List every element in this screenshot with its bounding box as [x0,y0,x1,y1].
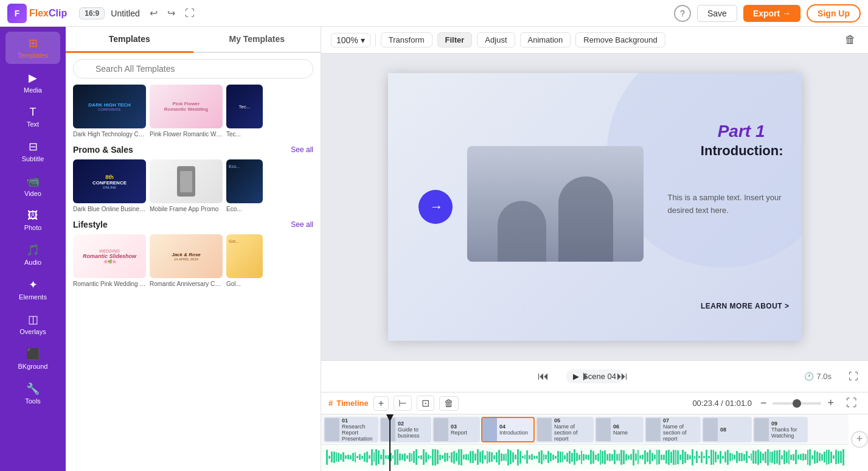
promo-card-3[interactable]: Eco... Eco... [226,159,263,212]
promo-sales-see-all[interactable]: See all [291,145,313,154]
sidebar-item-video[interactable]: 📹 Video [5,170,60,202]
zoom-control[interactable]: 100% ▾ [331,33,370,47]
sidebar-item-text[interactable]: T Text [5,101,60,133]
wave-segment [623,450,625,464]
zoom-out-button[interactable]: − [757,396,771,411]
canvas-play-button[interactable]: → [418,190,453,224]
tab-templates[interactable]: Templates [66,27,193,53]
clip-inner-03: 03 Report [434,418,479,441]
sidebar-item-overlays[interactable]: ◫ Overlays [5,308,60,340]
search-box: 🔍 [66,53,321,85]
timeline-clip-01[interactable]: 01 Research Report Presentation [324,417,378,442]
wave-segment [833,455,835,459]
template-card-3[interactable]: Tec... Tec... [226,85,263,138]
sidebar-item-audio[interactable]: 🎵 Audio [5,239,60,271]
ratio-badge[interactable]: 16:9 [79,7,105,19]
add-scene-button[interactable]: + [373,396,389,411]
lifestyle-card-3[interactable]: Gol... Gol... [226,234,263,287]
split-button[interactable]: ⊢ [394,396,412,411]
delete-scene-button[interactable]: 🗑 [439,396,459,411]
clip-inner-07: 07 Name of section of report [646,418,700,441]
template-label-2: Pink Flower Romantic Wedding ... [150,131,223,138]
lifestyle-card-1[interactable]: WEDDING Romantic Slideshow 🌸🌿🌸 Romantic … [73,234,146,287]
wave-segment [375,449,377,466]
zoom-in-button[interactable]: + [824,396,838,411]
wave-segment [741,453,743,461]
expand-button[interactable]: ⛶ [849,371,858,382]
animation-button[interactable]: Animation [520,32,571,47]
timeline-clip-07[interactable]: 07 Name of section of report [645,417,701,442]
tab-my-templates[interactable]: My Templates [193,27,321,53]
wave-segment [614,450,616,464]
duration-value: 7.0s [816,372,832,381]
timeline-clip-06[interactable]: 06 Name [595,417,644,442]
wave-segment [800,454,802,460]
lifestyle-see-all[interactable]: See all [291,220,313,229]
promo-card-1[interactable]: 8th CONFERENCE ONLINE Dark Blue Online B… [73,159,146,212]
export-button[interactable]: Export → [743,5,800,22]
save-button[interactable]: Save [697,5,737,22]
fullscreen-button[interactable]: ⛶ [181,5,198,21]
clip-thumb-08 [703,418,718,441]
timeline-clip-02[interactable]: 02 Guide to business [380,417,431,442]
template-card-1[interactable]: DARK HIGH TECH CORPORATE Dark High Techn… [73,85,146,138]
signup-button[interactable]: Sign Up [807,4,861,23]
clip-thumb-06 [596,418,611,441]
timeline-clip-09[interactable]: 09 Thanks for Watching [753,417,808,442]
tools-icon: 🔧 [26,382,40,396]
play-pause-button[interactable]: ⏵ [577,366,595,386]
lifestyle-card-2[interactable]: Jack & Rose 14 APRIL 2024 Romantic Anniv… [150,234,223,287]
canvas: Part 1 Introduction: This is a sample te… [388,73,802,341]
clip-content-08: 08 [718,425,751,434]
wave-segment [484,455,486,459]
timeline-clip-04[interactable]: 04 Introduction [481,417,535,442]
sidebar-item-photo[interactable]: 🖼 Photo [5,204,60,236]
zoom-value: 100% [336,35,358,45]
timeline-clip-08[interactable]: 08 [702,417,752,442]
wave-segment [769,452,771,462]
help-button[interactable]: ? [674,5,691,22]
search-input[interactable] [73,59,313,78]
canvas-photo [467,146,644,262]
promo-card-2[interactable]: Mobile Frame App Promo [150,159,223,212]
wave-segment [562,452,564,462]
timeline-clip-03[interactable]: 03 Report [432,417,480,442]
wave-segment [677,450,679,464]
timeline-clip-05[interactable]: 05 Name of section of report [536,417,594,442]
template-card-2[interactable]: Pink FlowerRomantic Wedding Pink Flower … [150,85,223,138]
clip-id-04: 04 [499,424,531,430]
wave-segment [828,450,830,464]
photo-icon: 🖼 [27,209,38,222]
sidebar-item-tools[interactable]: 🔧 Tools [5,377,60,410]
remove-bg-button[interactable]: Remove Background [575,32,665,47]
wave-segment [694,456,696,459]
sidebar-item-subtitle[interactable]: ⊟ Subtitle [5,135,60,167]
wave-segment [423,449,425,465]
skip-forward-button[interactable]: ⏭ [613,366,631,386]
zoom-slider[interactable] [773,402,821,405]
delete-button[interactable]: 🗑 [842,31,858,49]
wave-segment [482,450,484,464]
transform-button[interactable]: Transform [381,32,432,47]
wave-segment [755,451,757,464]
clip-content-03: 03 Report [448,422,479,437]
sidebar-item-templates[interactable]: ⊞ Templates [5,32,60,64]
sidebar-item-media[interactable]: ▶ Media [5,66,60,99]
sidebar-item-elements[interactable]: ✦ Elements [5,273,60,305]
add-clip-button[interactable]: + [851,431,868,448]
wave-segment [814,450,816,464]
wave-segment [689,455,691,459]
clip-inner-01: 01 Research Report Presentation [325,418,377,441]
timeline-expand-button[interactable]: ⛶ [842,396,861,411]
sidebar-item-bkground[interactable]: ⬛ BKground [5,343,60,375]
wave-segment [437,450,439,464]
wave-segment [602,451,603,464]
redo-button[interactable]: ↪ [164,5,179,21]
filter-button[interactable]: Filter [437,32,473,47]
skip-back-button[interactable]: ⏮ [534,366,552,386]
clip-label-06: Name [613,430,640,436]
clip-label-01: Research Report Presentation [342,424,375,441]
duplicate-button[interactable]: ⊡ [417,396,434,411]
undo-button[interactable]: ↩ [146,5,161,21]
adjust-button[interactable]: Adjust [477,32,515,47]
